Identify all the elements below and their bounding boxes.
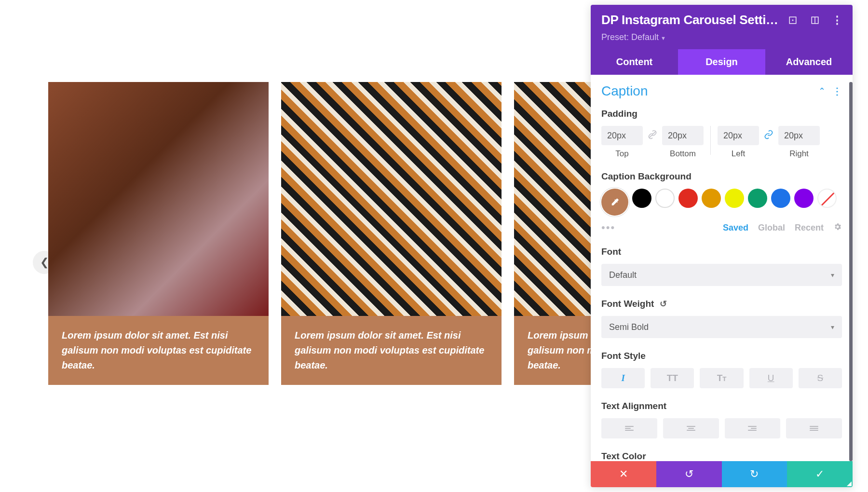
link-vertical-icon[interactable] [648, 130, 657, 142]
chevron-up-icon[interactable]: ⌃ [818, 86, 826, 96]
panel-header: DP Instagram Carousel Setti… ⋮ Preset: D… [591, 5, 853, 49]
carousel-card[interactable]: Lorem ipsum dolor sit amet. Est nisi gal… [48, 82, 269, 385]
color-picker-swatch[interactable] [601, 189, 628, 216]
color-tab-saved[interactable]: Saved [723, 223, 748, 233]
panel-body: Caption ⌃ ⋮ Padding Top Bottom [591, 75, 853, 461]
padding-bottom-label: Bottom [670, 149, 696, 159]
svg-point-1 [792, 19, 794, 21]
label-text-color: Text Color [601, 451, 842, 461]
align-justify[interactable] [786, 418, 842, 438]
card-image [48, 82, 269, 316]
cancel-button[interactable]: ✕ [591, 461, 656, 487]
label-text-alignment: Text Alignment [601, 401, 842, 411]
color-swatches [601, 189, 842, 216]
font-style-italic[interactable]: I [601, 368, 645, 388]
label-font: Font [601, 246, 842, 257]
font-style-strikethrough[interactable]: S [799, 368, 842, 388]
swatch-purple[interactable] [794, 189, 814, 208]
padding-top-input[interactable] [601, 126, 643, 145]
carousel: Lorem ipsum dolor sit amet. Est nisi gal… [48, 82, 603, 385]
label-caption-background: Caption Background [601, 171, 842, 182]
chevron-left-icon: ❮ [40, 256, 49, 269]
swatch-orange[interactable] [702, 189, 721, 208]
carousel-card[interactable]: Lorem ipsum dolor sit amet. Est nisi gal… [281, 82, 502, 385]
expand-icon[interactable] [788, 15, 798, 25]
padding-left-input[interactable] [718, 126, 759, 145]
card-caption: Lorem ipsum dolor sit amet. Est nisi gal… [281, 316, 502, 385]
columns-icon[interactable] [810, 15, 820, 25]
swatch-white[interactable] [655, 189, 675, 208]
font-select[interactable]: Default ▾ [601, 264, 842, 286]
swatch-green[interactable] [748, 189, 767, 208]
reset-icon[interactable]: ↺ [660, 299, 667, 309]
scrollbar[interactable] [849, 82, 853, 461]
padding-right-input[interactable] [778, 126, 820, 145]
tab-content[interactable]: Content [591, 49, 678, 75]
padding-controls: Top Bottom Left [601, 126, 842, 159]
eyedropper-icon [610, 197, 620, 207]
font-style-smallcaps[interactable]: TT [700, 368, 743, 388]
align-left[interactable] [601, 418, 657, 438]
padding-left-label: Left [732, 149, 745, 159]
padding-right-label: Right [789, 149, 809, 159]
settings-panel: DP Instagram Carousel Setti… ⋮ Preset: D… [591, 5, 853, 487]
font-style-buttons: I TT TT U S [601, 368, 842, 388]
card-image [281, 82, 502, 316]
font-weight-select[interactable]: Semi Bold ▾ [601, 316, 842, 338]
font-weight-value: Semi Bold [609, 322, 649, 332]
undo-button[interactable]: ↺ [656, 461, 722, 487]
save-button[interactable]: ✓ [787, 461, 853, 487]
more-colors-icon[interactable]: ••• [601, 221, 615, 234]
section-title-caption[interactable]: Caption [601, 83, 648, 99]
label-padding: Padding [601, 109, 842, 119]
section-more-icon[interactable]: ⋮ [832, 85, 842, 97]
swatch-black[interactable] [632, 189, 651, 208]
check-icon: ✓ [815, 468, 824, 480]
close-icon: ✕ [619, 468, 628, 480]
preset-label: Preset: Default [601, 32, 659, 42]
swatch-yellow[interactable] [725, 189, 744, 208]
link-horizontal-icon[interactable] [764, 130, 773, 142]
align-center[interactable] [663, 418, 719, 438]
label-font-weight: Font Weight ↺ [601, 299, 842, 309]
padding-bottom-input[interactable] [662, 126, 704, 145]
more-icon[interactable]: ⋮ [832, 15, 842, 25]
color-tab-recent[interactable]: Recent [795, 223, 824, 233]
color-tab-global[interactable]: Global [758, 223, 785, 233]
undo-icon: ↺ [685, 468, 693, 480]
font-style-uppercase[interactable]: TT [651, 368, 694, 388]
font-select-value: Default [609, 270, 637, 280]
card-caption: Lorem ipsum dolor sit amet. Est nisi gal… [48, 316, 269, 385]
tab-design[interactable]: Design [678, 49, 765, 75]
font-style-underline[interactable]: U [749, 368, 793, 388]
panel-footer: ✕ ↺ ↻ ✓ [591, 461, 853, 487]
preset-selector[interactable]: Preset: Default▼ [601, 32, 842, 42]
select-caret-icon: ▾ [831, 271, 834, 279]
color-tabs: ••• Saved Global Recent [601, 221, 842, 234]
gear-icon[interactable] [833, 222, 842, 233]
swatch-red[interactable] [678, 189, 698, 208]
swatch-blue[interactable] [771, 189, 790, 208]
text-align-buttons [601, 418, 842, 438]
label-font-style: Font Style [601, 351, 842, 361]
swatch-none[interactable] [817, 189, 837, 208]
padding-top-label: Top [615, 149, 628, 159]
redo-icon: ↻ [750, 468, 759, 480]
panel-title: DP Instagram Carousel Setti… [601, 13, 781, 27]
panel-tabs: Content Design Advanced [591, 49, 853, 75]
caret-down-icon: ▼ [661, 35, 666, 41]
align-right[interactable] [725, 418, 781, 438]
redo-button[interactable]: ↻ [722, 461, 787, 487]
tab-advanced[interactable]: Advanced [765, 49, 853, 75]
select-caret-icon: ▾ [831, 323, 834, 331]
